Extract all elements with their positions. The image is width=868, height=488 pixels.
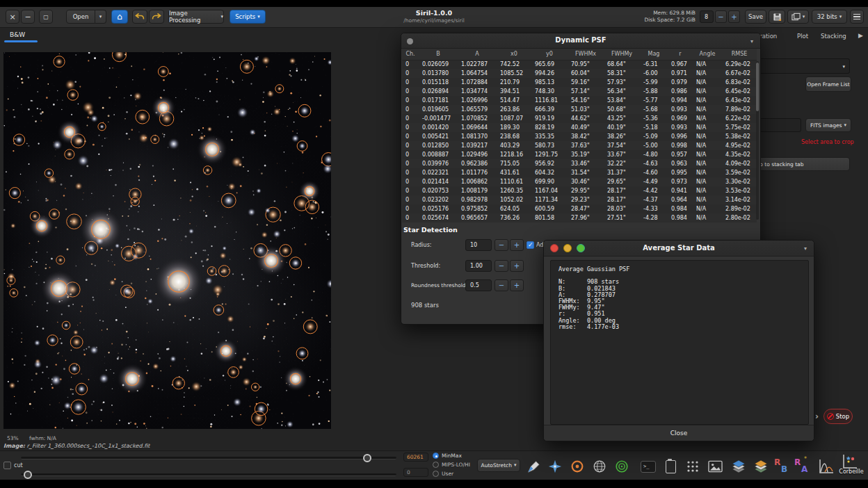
clipboard-button[interactable] [661,457,680,476]
lo-slider-handle[interactable] [24,471,32,479]
target-button[interactable] [612,457,632,476]
photometry-button[interactable] [568,457,587,476]
layers-button[interactable] [729,457,748,476]
fits-images-dropdown[interactable]: FITS images ▾ [805,118,851,132]
chevron-down-icon[interactable]: ▾ [804,246,807,252]
layers-alt-button[interactable] [751,457,771,476]
hi-slider-track[interactable] [21,457,396,459]
mode-radio-minmax[interactable]: MinMax [433,452,462,459]
radius-field[interactable]: 10 [465,239,492,251]
thread-plus-button[interactable]: + [728,10,740,23]
close-button[interactable]: Close [544,425,814,441]
mode-radio-user[interactable]: User [433,470,453,478]
table-row[interactable]: 00.0171811.026996514.471116.8154.16"53.8… [402,96,757,105]
autostretch-dropdown[interactable]: AutoStretch ▾ [477,459,520,472]
table-row[interactable]: 00.0196051.065579263.86666.3951.03"50.68… [402,105,757,114]
table-row[interactable]: 00.0260591.022787742.52965.6970.95"68.64… [402,60,757,69]
hi-value-field[interactable]: 60261 [403,453,428,462]
column-header[interactable]: FWHMy [604,49,640,60]
hi-slider-handle[interactable] [363,454,371,462]
tab-plot[interactable]: Plot [797,33,808,40]
tab-stacking[interactable]: Stacking [821,33,846,40]
stop-button[interactable]: Stop [823,409,853,424]
star-tool-button[interactable] [545,457,565,476]
threshold-minus-button[interactable]: − [495,260,508,272]
lo-value-field[interactable]: 0 [403,468,428,477]
table-row[interactable]: 00.0223211.011776431.61604.3231.54"31.37… [402,168,757,177]
column-header[interactable]: Ch. [402,49,419,60]
table-row[interactable]: 00.0128501.039217403.29580.7337.63"37.54… [402,141,757,150]
image-name-label: Image: r_Filter 1_360.000secs_-10C_1x1_s… [3,443,150,449]
thread-count-field[interactable]: 8 [700,10,714,23]
rgb-split-button[interactable]: R B [772,457,791,476]
lo-slider-track[interactable] [21,473,396,476]
grid-button[interactable] [683,457,702,476]
column-header[interactable]: B [419,49,458,60]
table-row[interactable]: 00.0088871.0294961218.161291.7535.19"33.… [402,150,757,159]
hamburger-menu-button[interactable] [850,10,864,24]
avg-titlebar[interactable]: Average Star Data ▾ [544,241,814,257]
column-header[interactable]: A [458,49,497,60]
cut-checkbox[interactable] [3,462,11,469]
table-row[interactable]: 00.0207531.0081791260.351167.0429.95"28.… [402,186,757,195]
table-row[interactable]: 00.0399760.962386715.05956.9233.46"32.22… [402,159,757,168]
open-button[interactable]: Open [66,10,95,24]
pen-tool-button[interactable] [523,457,542,476]
chevron-down-icon[interactable]: ▾ [750,39,753,44]
tab-scroll-right-icon[interactable]: ▶ [858,32,863,39]
undo-button[interactable] [132,10,147,24]
chevron-right-icon[interactable]: › [815,412,819,421]
dynamic-psf-titlebar[interactable]: Dynamic PSF ▾ [401,33,760,49]
adjust-checkbox[interactable] [527,241,534,249]
scripts-menu-button[interactable]: Scripts ▾ [230,10,266,24]
photo-button[interactable] [705,457,725,476]
image-processing-menu-button[interactable]: Image Processing ▾ [168,10,224,24]
roundness-minus-button[interactable]: − [495,279,508,291]
table-row[interactable]: 00.0268941.034774394.51748.3057.14"56.34… [402,87,757,96]
column-header[interactable]: RMSE [722,49,757,60]
table-row[interactable]: 00.0232020.9829781052.021171.3429.23"28.… [402,195,757,204]
threshold-plus-button[interactable]: + [510,260,524,272]
table-cell: 0.994 [668,96,693,105]
table-scrollbar[interactable] [756,61,759,220]
threshold-field[interactable]: 1.00 [465,260,492,272]
column-header[interactable]: FWHMx [568,49,604,60]
column-header[interactable]: y0 [531,49,568,60]
table-row[interactable]: 00.0054211.081370238.68335.3538.42"38.26… [402,132,757,141]
console-button[interactable]: >_ [638,457,658,476]
save-as-button[interactable] [769,10,785,24]
home-button[interactable]: ⌂ [111,10,128,24]
minimize-window-button[interactable]: − [21,10,35,24]
close-window-button[interactable]: × [6,10,19,24]
table-row[interactable]: 00.0214141.0068621110.61699.9030.46"29.6… [402,177,757,186]
roundness-plus-button[interactable]: + [510,279,524,291]
table-row[interactable]: 00.0251760.975852624.05600.5928.47"28.03… [402,204,757,213]
radius-plus-button[interactable]: + [510,239,524,251]
redo-button[interactable] [149,10,164,24]
column-header[interactable]: x0 [497,49,531,60]
table-row[interactable]: 00.0137801.0647541085.52994.2660.04"58.3… [402,69,757,78]
maximize-window-button[interactable]: ▢ [39,10,53,24]
astro-image[interactable] [3,52,331,429]
terminal-icon: >_ [641,461,656,473]
column-header[interactable]: Angle [693,49,722,60]
save-button[interactable]: Save [745,10,766,24]
roundness-field[interactable]: 0.5 [465,279,492,291]
rgb-align-button[interactable]: R A * [793,457,812,476]
snapshot-dropdown-button[interactable]: ▾ [787,10,809,24]
column-header[interactable]: Mag [640,49,668,60]
trash-label[interactable]: Corbeille [832,469,868,475]
mode-radio-mips[interactable]: MIPS-LO/HI [433,461,470,469]
table-row[interactable]: 00.0151181.072884210.79985.1359.16"57.93… [402,78,757,87]
table-row[interactable]: 00.0014201.069644189.30828.1940.49"40.19… [402,123,757,132]
table-row[interactable]: 00.0256740.965657736.26801.5827.96"27.51… [402,213,757,222]
open-dropdown-button[interactable]: ▾ [95,10,106,24]
open-frame-list-button[interactable]: Open Frame List [805,76,851,92]
astrometry-button[interactable] [590,457,609,476]
tab-bw[interactable]: B&W [10,31,25,38]
table-row[interactable]: 0-0.0014771.0708521087.07919.1944.62"43.… [402,114,757,123]
thread-minus-button[interactable]: − [715,10,727,23]
bit-depth-dropdown[interactable]: 32 bits ▾ [812,10,847,24]
column-header[interactable]: r [668,49,693,60]
radius-minus-button[interactable]: − [495,239,508,251]
